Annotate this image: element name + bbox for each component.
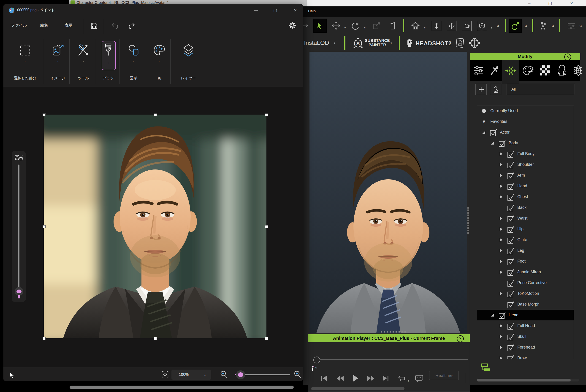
- expand-icon[interactable]: [496, 184, 506, 188]
- viewport-drag-handle[interactable]: [381, 331, 406, 332]
- tool-shapes[interactable]: ⌄ 図形: [122, 36, 144, 87]
- tree-item-pose-corrective[interactable]: Pose Corrective: [477, 278, 574, 288]
- bg-close-button[interactable]: ✕: [570, 1, 573, 6]
- tree-item-base-morph[interactable]: Base Morph: [477, 299, 574, 310]
- tab-material-icon[interactable]: [523, 65, 534, 76]
- paint-canvas[interactable]: [44, 114, 266, 338]
- select-tool-button[interactable]: [313, 19, 327, 33]
- tab-skin-icon[interactable]: [556, 65, 567, 76]
- checkbox-checked[interactable]: [506, 172, 516, 179]
- tree-item-hand[interactable]: Hand: [477, 181, 574, 192]
- tool-color[interactable]: ⌄ 色: [148, 36, 170, 87]
- instalod-button[interactable]: InstaLOD: [304, 39, 329, 46]
- collapse-icon[interactable]: [479, 131, 488, 134]
- tool-layers[interactable]: レイヤー: [175, 36, 202, 87]
- substance-painter-label[interactable]: SUBSTANCE PAINTER: [365, 38, 390, 47]
- selection-handle-s[interactable]: [154, 337, 157, 340]
- checkbox-checked[interactable]: [506, 193, 516, 201]
- tree-item-glute[interactable]: Glute: [477, 234, 574, 245]
- checkbox-checked[interactable]: [506, 268, 516, 276]
- checkbox-checked[interactable]: [497, 139, 507, 147]
- selection-handle-w[interactable]: [43, 225, 46, 228]
- toolbar-overflow-icon[interactable]: »: [524, 23, 527, 29]
- expand-icon[interactable]: [496, 356, 506, 359]
- expand-icon[interactable]: [496, 227, 506, 231]
- checkbox-checked[interactable]: [506, 150, 516, 158]
- paint-titlebar[interactable]: 000555.png - ペイント — ▢ ✕: [4, 4, 303, 16]
- tree-item-actor[interactable]: Actor: [477, 127, 574, 138]
- tree-item-tokomotion[interactable]: ToKoMotion: [477, 288, 574, 299]
- realtime-button[interactable]: Realtime: [429, 373, 459, 378]
- expand-icon[interactable]: [496, 195, 506, 199]
- tree-item-waist[interactable]: Waist: [477, 213, 574, 224]
- expand-icon[interactable]: [496, 346, 506, 349]
- substance-painter-logo[interactable]: S: [353, 38, 364, 48]
- zoom-out-icon[interactable]: [220, 370, 228, 378]
- loop-mode-button[interactable]: [397, 375, 406, 382]
- checkbox-checked[interactable]: [506, 225, 516, 233]
- expand-icon[interactable]: [496, 335, 506, 338]
- bg-maximize-button[interactable]: ▢: [548, 1, 552, 6]
- previous-frame-button[interactable]: [335, 374, 345, 382]
- move-tool-icon[interactable]: [332, 22, 340, 30]
- modify-tab-morph-active[interactable]: [502, 60, 519, 84]
- selection-handle-nw[interactable]: [43, 114, 46, 116]
- tree-item-arm[interactable]: Arm: [477, 170, 574, 181]
- menu-edit[interactable]: 編集: [40, 23, 48, 28]
- paint-close-button[interactable]: ✕: [288, 6, 302, 14]
- color-dropdown-icon[interactable]: ⌄: [158, 59, 160, 62]
- morph-filter-dropdown[interactable]: All: [507, 84, 575, 95]
- checkbox-checked[interactable]: [506, 290, 516, 298]
- brush-size-track[interactable]: [18, 164, 20, 292]
- expand-icon[interactable]: [496, 216, 506, 220]
- camera-vertical-button[interactable]: [432, 21, 441, 31]
- toolbar-overflow-icon[interactable]: »: [551, 23, 554, 29]
- paint-maximize-button[interactable]: ▢: [268, 6, 282, 14]
- fit-to-screen-icon[interactable]: [161, 371, 169, 378]
- checkbox-checked[interactable]: [488, 128, 499, 136]
- tree-item-forehead[interactable]: Forehead: [477, 342, 574, 353]
- comment-bubble-icon[interactable]: [415, 375, 424, 382]
- panel-splitter-handle[interactable]: [467, 207, 469, 234]
- zoom-in-icon[interactable]: [294, 370, 302, 378]
- tree-item-leg[interactable]: Leg: [477, 245, 574, 256]
- expand-icon[interactable]: [496, 174, 506, 177]
- redo-icon[interactable]: [128, 22, 136, 29]
- tree-item-head[interactable]: Head: [477, 310, 574, 320]
- tab-physics-icon[interactable]: [572, 65, 582, 76]
- add-morph-button[interactable]: [475, 84, 487, 95]
- timeline-playhead[interactable]: [313, 356, 320, 364]
- tree-item-full-head[interactable]: Full Head: [477, 320, 574, 331]
- zoom-slider-thumb[interactable]: [236, 370, 245, 380]
- photo-to-head-icon[interactable]: [454, 38, 465, 48]
- timeline-track[interactable]: [320, 359, 468, 360]
- home-dropdown-icon[interactable]: ▼: [423, 26, 426, 29]
- expand-icon[interactable]: [496, 260, 506, 263]
- rotate-tool-icon[interactable]: [351, 22, 359, 30]
- selection-handle-e[interactable]: [265, 225, 268, 228]
- image-dropdown-icon[interactable]: ⌄: [57, 59, 59, 62]
- checkbox-checked[interactable]: [506, 333, 516, 340]
- home-camera-icon[interactable]: [411, 21, 420, 30]
- pivot-tool-icon[interactable]: [389, 21, 398, 30]
- loop-dropdown-icon[interactable]: ▼: [407, 380, 410, 382]
- toolbar-overflow-icon[interactable]: »: [496, 23, 499, 29]
- menu-help[interactable]: Help: [308, 9, 316, 13]
- tree-item-shoulder[interactable]: Shoulder: [477, 159, 574, 170]
- tool-tools[interactable]: ⌄ ツール: [73, 36, 94, 87]
- go-to-end-button[interactable]: [382, 374, 390, 382]
- modify-hscrollbar[interactable]: [477, 379, 579, 382]
- tool-brush-selected[interactable]: ⌄ ブラシ: [97, 36, 119, 87]
- selection-dropdown-icon[interactable]: ⌄: [24, 59, 27, 62]
- paint-minimize-button[interactable]: —: [249, 6, 263, 14]
- menu-view[interactable]: 表示: [65, 23, 72, 28]
- save-icon[interactable]: [90, 22, 97, 29]
- brush-dropdown-icon[interactable]: ⌄: [107, 60, 110, 64]
- tree-item-foot[interactable]: Foot: [477, 256, 574, 267]
- expand-icon[interactable]: [496, 292, 506, 296]
- brush-size-thumb[interactable]: [15, 287, 23, 296]
- expand-icon[interactable]: [496, 324, 506, 328]
- checkbox-checked[interactable]: [506, 258, 516, 265]
- selection-handle-se[interactable]: [265, 337, 268, 340]
- edit-mesh-tool-button-active[interactable]: [509, 19, 522, 33]
